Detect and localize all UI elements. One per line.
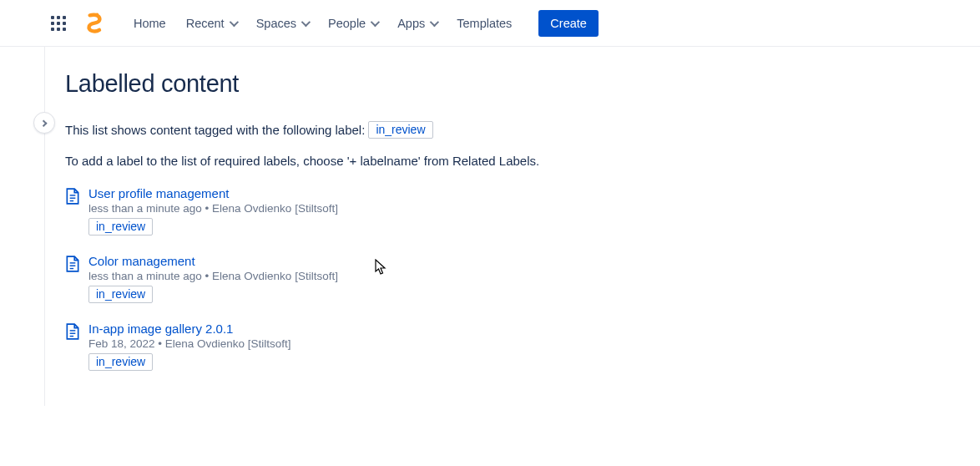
result-meta: Feb 18, 2022 • Elena Ovdienko [Stiltsoft… [88,337,291,350]
app-switcher-icon[interactable] [48,13,68,33]
intro-text: This list shows content tagged with the … [65,121,963,139]
nav-apps-label: Apps [397,17,425,30]
result-item: User profile managementless than a minut… [65,186,963,236]
result-item: Color managementless than a minute ago •… [65,254,963,303]
nav-templates-label: Templates [457,17,512,30]
result-title-link[interactable]: Color management [88,254,338,268]
chevron-down-icon [430,17,439,26]
nav-templates[interactable]: Templates [448,12,520,35]
nav-recent-label: Recent [186,17,225,30]
results-list: User profile managementless than a minut… [65,186,963,371]
sidebar-expand-button[interactable] [33,112,55,134]
result-meta: less than a minute ago • Elena Ovdienko … [88,270,338,282]
result-title-link[interactable]: User profile management [88,186,338,200]
chevron-down-icon [301,17,311,26]
page-icon [65,254,80,303]
nav-spaces-label: Spaces [256,17,296,30]
top-navigation: Home Recent Spaces People Apps Templates… [0,0,980,47]
nav-people[interactable]: People [320,12,386,35]
nav-home[interactable]: Home [125,12,174,35]
page-icon [65,322,80,371]
page-icon [65,186,80,236]
filter-label-chip[interactable]: in_review [368,121,432,139]
chevron-right-icon [40,119,47,126]
result-title-link[interactable]: In-app image gallery 2.0.1 [88,322,291,336]
result-item: In-app image gallery 2.0.1Feb 18, 2022 •… [65,322,963,371]
nav-apps[interactable]: Apps [389,12,445,35]
product-logo-icon[interactable] [82,12,105,35]
nav-recent[interactable]: Recent [178,12,245,35]
chevron-down-icon [229,17,238,26]
nav-people-label: People [328,17,366,30]
chevron-down-icon [371,17,380,26]
nav-spaces[interactable]: Spaces [248,12,316,35]
result-label-chip[interactable]: in_review [88,218,153,236]
result-meta: less than a minute ago • Elena Ovdienko … [88,202,338,215]
svg-point-0 [95,13,99,16]
sidebar-collapsed [17,47,45,406]
nav-items: Home Recent Spaces People Apps Templates [125,12,520,35]
create-button[interactable]: Create [538,10,599,37]
intro-prefix: This list shows content tagged with the … [65,123,365,137]
main-content: Labelled content This list shows content… [45,47,980,406]
help-text: To add a label to the list of required l… [65,154,963,168]
result-label-chip[interactable]: in_review [88,353,153,371]
page-title: Labelled content [65,70,963,98]
result-label-chip[interactable]: in_review [88,286,153,303]
nav-home-label: Home [134,17,166,30]
